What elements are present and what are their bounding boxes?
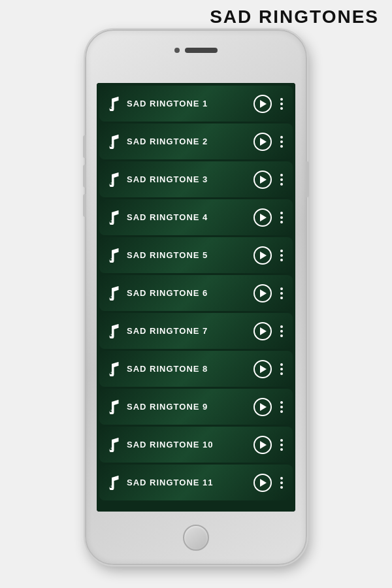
ringtone-name: SAD RINGTONE 9 [127, 402, 253, 412]
dot-icon [280, 335, 283, 337]
play-icon [260, 252, 267, 259]
home-button[interactable] [183, 525, 209, 551]
music-note-icon [105, 474, 123, 492]
dot-icon [280, 250, 283, 252]
more-options-button[interactable] [276, 250, 287, 261]
dot-icon [280, 439, 283, 442]
music-note-icon [105, 398, 123, 416]
page-title: SAD RINGTONES [0, 0, 392, 33]
play-icon [260, 176, 267, 184]
more-options-button[interactable] [276, 401, 287, 413]
play-button[interactable] [253, 208, 272, 227]
list-item[interactable]: SAD RINGTONE 10 [99, 427, 293, 463]
dot-icon [280, 363, 283, 366]
play-button[interactable] [253, 436, 272, 454]
dot-icon [280, 372, 283, 375]
play-button[interactable] [253, 95, 272, 113]
more-options-button[interactable] [276, 363, 287, 375]
ringtone-list: SAD RINGTONE 1 SAD RINGTONE 2 [97, 83, 295, 512]
play-button[interactable] [253, 322, 272, 340]
dot-icon [280, 136, 283, 139]
list-item[interactable]: SAD RINGTONE 3 [99, 161, 293, 197]
dot-icon [280, 401, 283, 404]
music-note-icon [105, 360, 123, 378]
camera-dot [174, 48, 180, 53]
list-item[interactable]: SAD RINGTONE 6 [99, 275, 293, 311]
dot-icon [280, 98, 283, 101]
list-item[interactable]: SAD RINGTONE 11 [99, 465, 293, 500]
dot-icon [280, 216, 283, 219]
play-button[interactable] [253, 171, 272, 189]
dot-icon [280, 330, 283, 333]
play-button[interactable] [253, 398, 272, 416]
dot-icon [280, 183, 283, 186]
more-options-button[interactable] [276, 325, 287, 337]
play-icon [260, 214, 267, 221]
play-button[interactable] [253, 474, 272, 492]
dot-icon [280, 145, 283, 148]
play-button[interactable] [253, 284, 272, 302]
play-button[interactable] [253, 360, 272, 378]
play-button[interactable] [253, 246, 272, 265]
ringtone-name: SAD RINGTONE 7 [127, 326, 253, 336]
play-icon [260, 289, 267, 297]
play-icon [260, 100, 267, 108]
dot-icon [280, 174, 283, 176]
music-note-icon [105, 284, 123, 302]
dot-icon [280, 178, 283, 181]
music-note-icon [105, 208, 123, 227]
ringtone-name: SAD RINGTONE 10 [127, 440, 253, 449]
list-item[interactable]: SAD RINGTONE 2 [99, 123, 293, 159]
dot-icon [280, 406, 283, 408]
play-icon [260, 365, 267, 373]
music-note-icon [105, 95, 123, 113]
ringtone-name: SAD RINGTONE 8 [127, 364, 253, 374]
dot-icon [280, 140, 283, 143]
dot-icon [280, 259, 283, 261]
ringtone-name: SAD RINGTONE 1 [127, 99, 253, 108]
ringtone-name: SAD RINGTONE 5 [127, 250, 253, 260]
list-item[interactable]: SAD RINGTONE 4 [99, 199, 293, 235]
more-options-button[interactable] [276, 174, 287, 186]
play-button[interactable] [253, 133, 272, 151]
more-options-button[interactable] [276, 287, 287, 299]
dot-icon [280, 410, 283, 413]
dot-icon [280, 287, 283, 290]
phone-wrapper: SAD RINGTONE 1 SAD RINGTONE 2 [85, 29, 307, 565]
dot-icon [280, 325, 283, 328]
music-note-icon [105, 171, 123, 189]
dot-icon [280, 486, 283, 489]
list-item[interactable]: SAD RINGTONE 9 [99, 389, 293, 425]
play-icon [260, 138, 267, 146]
dot-icon [280, 212, 283, 214]
more-options-button[interactable] [276, 477, 287, 489]
dot-icon [280, 103, 283, 105]
dot-icon [280, 292, 283, 295]
dot-icon [280, 254, 283, 257]
phone-top-bar [174, 48, 218, 53]
ringtone-name: SAD RINGTONE 2 [127, 137, 253, 146]
dot-icon [280, 477, 283, 480]
play-icon [260, 403, 267, 411]
play-icon [260, 327, 267, 335]
play-icon [260, 479, 267, 487]
dot-icon [280, 297, 283, 299]
music-note-icon [105, 436, 123, 454]
dot-icon [280, 444, 283, 446]
music-note-icon [105, 246, 123, 265]
list-item[interactable]: SAD RINGTONE 5 [99, 237, 293, 273]
list-item[interactable]: SAD RINGTONE 8 [99, 351, 293, 387]
more-options-button[interactable] [276, 136, 287, 148]
dot-icon [280, 221, 283, 223]
ringtone-name: SAD RINGTONE 6 [127, 288, 253, 298]
ringtone-name: SAD RINGTONE 3 [127, 174, 253, 184]
more-options-button[interactable] [276, 212, 287, 223]
play-icon [260, 441, 267, 449]
list-item[interactable]: SAD RINGTONE 7 [99, 313, 293, 349]
more-options-button[interactable] [276, 439, 287, 451]
dot-icon [280, 368, 283, 370]
speaker-grill [185, 48, 218, 53]
more-options-button[interactable] [276, 98, 287, 110]
ringtone-name: SAD RINGTONE 11 [127, 478, 253, 487]
list-item[interactable]: SAD RINGTONE 1 [99, 86, 293, 122]
